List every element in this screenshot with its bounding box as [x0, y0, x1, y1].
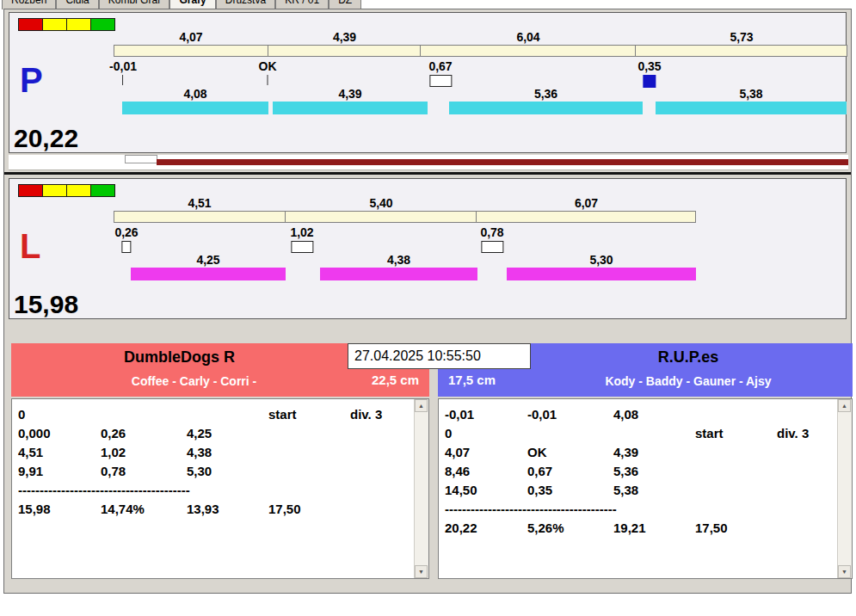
- table-cell: 4,08: [613, 405, 695, 424]
- split-segment: 6,04: [421, 30, 636, 57]
- table-row: 0,0000,264,25: [18, 424, 415, 443]
- tab-page: 4,074,396,045,73 P 20,22 -0,01OK0,670,35…: [3, 9, 852, 594]
- table-cell: [777, 443, 838, 462]
- scroll-down-icon[interactable]: ▼: [838, 565, 851, 578]
- split-bar-fill: [114, 45, 268, 57]
- split-segment: 5,40: [286, 196, 477, 223]
- time-bar-value: 4,08: [122, 87, 268, 102]
- timestamp: 27.04.2025 10:55:50: [348, 343, 531, 369]
- table-cell: 14,74%: [101, 500, 187, 519]
- panel-total: 15,98: [14, 292, 78, 317]
- scrollbar-left[interactable]: ▲ ▼: [414, 399, 428, 578]
- split-value: 4,07: [114, 30, 268, 45]
- scroll-up-icon[interactable]: ▲: [415, 399, 428, 412]
- table-cell: 5,26%: [527, 519, 613, 538]
- split-value: 6,07: [477, 196, 696, 211]
- table-cell: [350, 500, 415, 519]
- panel-total: 20,22: [14, 126, 78, 151]
- time-bar-value: 4,39: [273, 87, 428, 102]
- table-row: 0startdiv. 3: [445, 424, 838, 443]
- table-cell: div. 3: [777, 424, 838, 443]
- table-cell: 0: [18, 405, 101, 424]
- time-bar: 4,39: [273, 87, 428, 114]
- time-bar: 4,25: [131, 253, 286, 280]
- table-cell: 1,02: [101, 443, 187, 462]
- split-bar-fill: [636, 45, 847, 57]
- tick: 1,02: [290, 225, 313, 253]
- progress-bar: [157, 159, 848, 165]
- legend: [18, 18, 114, 31]
- split-bar: 4,515,406,07: [114, 196, 696, 223]
- legend-square: [42, 184, 67, 197]
- table-cell: [777, 405, 838, 424]
- table-cell: [350, 424, 415, 443]
- split-value: 5,40: [286, 196, 477, 211]
- table-row: 0startdiv. 3: [18, 405, 415, 424]
- tick-marker-line: [268, 75, 268, 85]
- table-cell: [101, 405, 187, 424]
- table-cell: [187, 405, 268, 424]
- time-bar-fill: [320, 268, 477, 280]
- legend-square: [66, 18, 91, 31]
- tick: OK: [259, 59, 277, 85]
- table-cell: 4,38: [187, 443, 268, 462]
- time-bar-value: 4,25: [131, 253, 286, 268]
- table-cell: 5,36: [613, 462, 695, 481]
- jump-height-right: 17,5 cm: [448, 373, 496, 387]
- table-row: 4,511,024,38: [18, 443, 415, 462]
- table-row: 8,460,675,36: [445, 462, 838, 481]
- table-cell: 14,50: [445, 481, 527, 500]
- table-cell: [777, 519, 838, 538]
- table-row: 9,910,785,30: [18, 462, 415, 481]
- split-bar-fill: [268, 45, 421, 57]
- tick-marker-whitebox: [481, 241, 503, 253]
- table-row: 20,225,26%19,2117,50: [445, 519, 838, 538]
- time-bar: 5,30: [507, 253, 696, 280]
- table-row: 14,500,355,38: [445, 481, 838, 500]
- slider-thumb[interactable]: [125, 155, 157, 163]
- legend: [18, 184, 114, 197]
- table-cell: 20,22: [445, 519, 527, 538]
- team-dogs-right: Kody - Baddy - Gauner - Ajsy: [524, 374, 853, 388]
- scrollbar-right[interactable]: ▲ ▼: [837, 399, 852, 578]
- legend-square: [90, 184, 115, 197]
- table-cell: 15,98: [18, 500, 101, 519]
- tick: 0,26: [114, 225, 138, 253]
- table-body-right: -0,01-0,014,080startdiv. 34,07OK4,398,46…: [439, 399, 838, 578]
- table-cell: 4,25: [187, 424, 268, 443]
- time-bar: 5,38: [656, 87, 847, 114]
- table-cell: [268, 443, 350, 462]
- table-cell: 19,21: [613, 519, 695, 538]
- table-cell: 0,35: [527, 481, 613, 500]
- table-cell: [695, 405, 777, 424]
- table-cell: -0,01: [445, 405, 527, 424]
- table-cell: 4,51: [18, 443, 101, 462]
- app-window: RozbehCidlaKombi GrafGrafyDružstvaKR / 0…: [0, 0, 856, 616]
- table-cell: start: [268, 405, 350, 424]
- table-cell: [268, 424, 350, 443]
- table-cell: [695, 462, 777, 481]
- legend-square: [18, 18, 43, 31]
- section-divider: [4, 172, 851, 175]
- table-row: 15,9814,74%13,9317,50: [18, 500, 415, 519]
- split-value: 6,04: [421, 30, 636, 45]
- tick-label: 0,67: [428, 59, 452, 73]
- time-bar-value: 5,36: [449, 87, 643, 102]
- tick-marker-smallbox: [122, 241, 132, 253]
- time-bar-fill: [122, 102, 268, 114]
- table-cell: 4,39: [613, 443, 695, 462]
- time-bar-value: 4,38: [320, 253, 477, 268]
- legend-square: [42, 18, 67, 31]
- time-bar-fill: [449, 102, 643, 114]
- scroll-up-icon[interactable]: ▲: [838, 399, 851, 412]
- panel-letter: L: [20, 229, 40, 263]
- tick: 0,78: [480, 225, 503, 253]
- table-cell: start: [695, 424, 777, 443]
- table-cell: [777, 462, 838, 481]
- table-cell: [268, 462, 350, 481]
- split-segment: 4,07: [114, 30, 268, 57]
- time-bar: 5,36: [449, 87, 643, 114]
- legend-square: [90, 18, 115, 31]
- tick-label: OK: [259, 59, 277, 73]
- scroll-down-icon[interactable]: ▼: [415, 565, 428, 578]
